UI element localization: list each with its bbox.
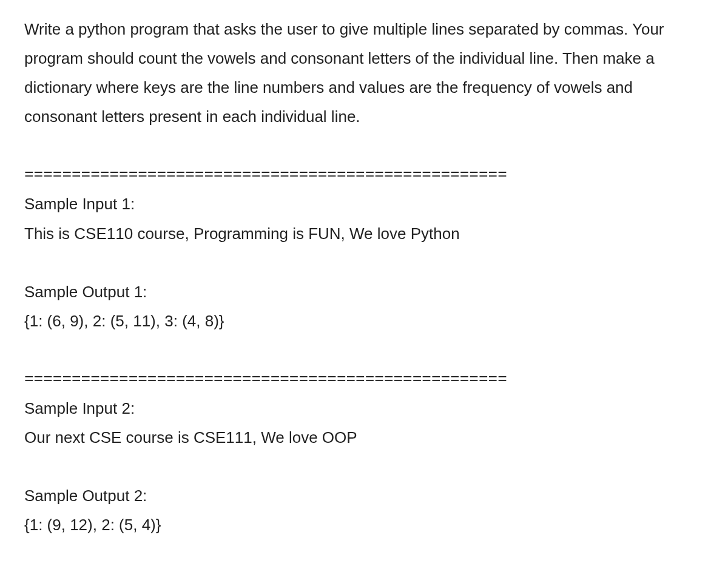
sample-2-output-block: Sample Output 2: {1: (9, 12), 2: (5, 4)}	[24, 481, 704, 539]
sample-1-input-label: Sample Input 1:	[24, 189, 704, 218]
sample-2-output-label: Sample Output 2:	[24, 481, 704, 510]
sample-2-input-block: Sample Input 2: Our next CSE course is C…	[24, 394, 704, 452]
sample-1-input-block: Sample Input 1: This is CSE110 course, P…	[24, 189, 704, 248]
sample-2-output-text: {1: (9, 12), 2: (5, 4)}	[24, 510, 704, 539]
problem-statement: Write a python program that asks the use…	[24, 15, 704, 131]
divider-1: ========================================…	[24, 160, 704, 189]
document-content: Write a python program that asks the use…	[24, 15, 704, 539]
sample-1-input-text: This is CSE110 course, Programming is FU…	[24, 219, 704, 248]
sample-1-output-label: Sample Output 1:	[24, 277, 704, 306]
sample-2-input-label: Sample Input 2:	[24, 394, 704, 423]
divider-2: ========================================…	[24, 365, 704, 394]
sample-1-output-block: Sample Output 1: {1: (6, 9), 2: (5, 11),…	[24, 277, 704, 335]
sample-2-input-text: Our next CSE course is CSE111, We love O…	[24, 423, 704, 452]
sample-1-output-text: {1: (6, 9), 2: (5, 11), 3: (4, 8)}	[24, 306, 704, 335]
